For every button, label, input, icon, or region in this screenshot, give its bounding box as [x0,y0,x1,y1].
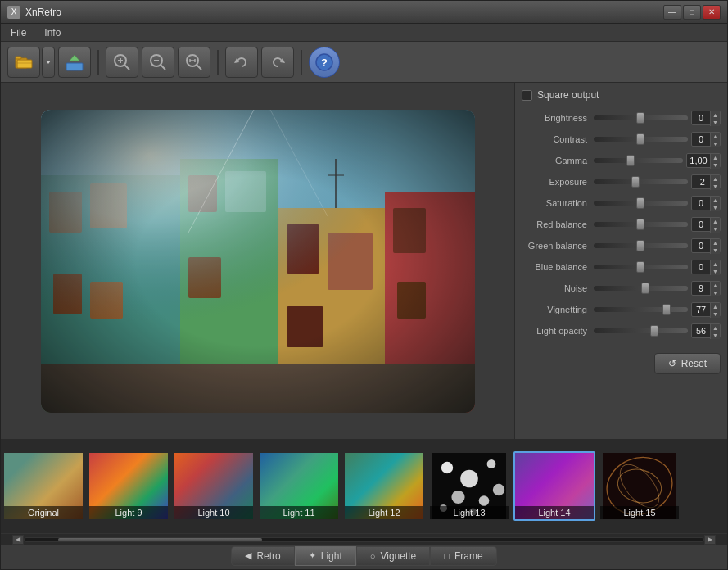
thumb-img-light11: Light 11 [258,451,340,521]
slider-value-9[interactable]: 77▲▼ [691,302,721,317]
spinner-down-8[interactable]: ▼ [710,289,720,296]
filmstrip-item-light12[interactable]: Light 12 [343,451,425,521]
svg-line-8 [124,65,129,70]
thumb-label-light11: Light 11 [260,506,338,519]
spinner-up-3[interactable]: ▲ [710,175,720,183]
spinner-up-9[interactable]: ▲ [710,303,720,310]
spinner-up-4[interactable]: ▲ [710,197,720,204]
help-button[interactable]: ? [309,47,340,78]
tab-frame[interactable]: □ Frame [430,546,496,566]
spinner-down-0[interactable]: ▼ [710,119,720,126]
scrollbar-track[interactable] [24,537,704,542]
slider-thumb-0[interactable] [636,112,644,124]
sliders-container: Brightness0▲▼Contrast0▲▼Gamma1,00▲▼Expos… [522,109,721,343]
spinner-down-4[interactable]: ▼ [710,204,720,211]
slider-value-6[interactable]: 0▲▼ [691,238,721,253]
slider-thumb-7[interactable] [636,261,644,273]
open-button[interactable] [7,47,40,78]
slider-value-text-3: -2 [697,177,705,187]
scrollbar-right[interactable]: ▶ [704,535,716,545]
filmstrip-item-light15[interactable]: Light 15 [599,451,681,521]
spinner-down-10[interactable]: ▼ [710,332,720,339]
slider-track-1[interactable] [594,137,688,142]
filmstrip-item-light14[interactable]: Light 14 [513,451,595,521]
filmstrip-item-light9[interactable]: Light 9 [88,451,170,521]
open-arrow-button[interactable] [42,47,55,78]
spinner-up-7[interactable]: ▲ [710,260,720,268]
slider-value-10[interactable]: 56▲▼ [691,323,721,338]
filmstrip-item-light11[interactable]: Light 11 [258,451,340,521]
rotate-ccw-icon [233,53,251,71]
spinner-up-6[interactable]: ▲ [710,239,720,247]
tab-retro[interactable]: ◀ Retro [231,546,294,566]
scrollbar-left[interactable]: ◀ [12,535,24,545]
spinner-up-0[interactable]: ▲ [710,111,720,119]
close-button[interactable]: ✕ [703,5,721,20]
slider-thumb-1[interactable] [636,133,644,145]
spinner-down-3[interactable]: ▼ [710,183,720,190]
rotate-ccw-button[interactable] [225,47,258,78]
slider-thumb-9[interactable] [662,304,671,315]
export-button[interactable] [58,47,91,78]
slider-track-6[interactable] [594,243,688,248]
slider-thumb-2[interactable] [626,155,635,166]
spinner-down-6[interactable]: ▼ [710,247,720,254]
slider-value-7[interactable]: 0▲▼ [691,260,721,274]
app-icon: X [7,6,20,19]
menu-file[interactable]: File [6,25,31,40]
slider-thumb-5[interactable] [636,219,644,230]
rotate-cw-button[interactable] [261,47,294,78]
slider-track-7[interactable] [594,265,688,269]
square-output-checkbox[interactable] [522,90,532,101]
slider-track-9[interactable] [594,307,688,312]
slider-track-3[interactable] [594,179,688,184]
zoom-out-button[interactable] [142,47,174,78]
filmstrip-item-light10[interactable]: Light 10 [173,451,255,521]
tab-retro-label: Retro [256,550,280,562]
slider-track-4[interactable] [594,201,688,206]
slider-label-10: Light opacity [522,326,594,336]
spinner-up-8[interactable]: ▲ [710,282,720,289]
spinner-down-5[interactable]: ▼ [710,225,720,233]
slider-value-4[interactable]: 0▲▼ [691,196,721,210]
menu-info[interactable]: Info [39,25,66,40]
slider-thumb-8[interactable] [641,283,649,294]
slider-thumb-4[interactable] [636,197,644,209]
maximize-button[interactable]: □ [683,5,701,20]
slider-track-8[interactable] [594,286,688,291]
spinner-down-1[interactable]: ▼ [710,140,720,147]
slider-row-red-balance: Red balance0▲▼ [522,215,721,233]
spinner-up-10[interactable]: ▲ [710,324,720,332]
filmstrip-item-original[interactable]: Original [2,451,84,521]
tab-vignette[interactable]: ○ Vignette [356,546,430,566]
svg-marker-4 [46,61,51,64]
slider-value-8[interactable]: 9▲▼ [691,281,721,296]
slider-track-2[interactable] [594,158,683,163]
reset-icon: ↺ [668,358,676,369]
reset-button[interactable]: ↺ Reset [654,353,721,374]
scrollbar-thumb[interactable] [58,538,262,541]
slider-value-5[interactable]: 0▲▼ [691,217,721,232]
slider-value-1[interactable]: 0▲▼ [691,132,721,147]
slider-track-10[interactable] [594,328,688,333]
slider-value-text-8: 9 [699,283,703,293]
slider-thumb-6[interactable] [636,240,644,251]
zoom-in-button[interactable] [106,47,138,78]
slider-value-3[interactable]: -2▲▼ [691,174,721,189]
spinner-down-7[interactable]: ▼ [710,268,720,275]
zoom-fit-button[interactable] [178,47,210,78]
minimize-button[interactable]: — [663,5,681,20]
spinner-down-9[interactable]: ▼ [710,310,720,318]
slider-thumb-3[interactable] [631,176,640,188]
slider-value-2[interactable]: 1,00▲▼ [686,153,721,168]
slider-track-0[interactable] [594,115,688,120]
slider-track-5[interactable] [594,222,688,227]
filmstrip-item-light13[interactable]: Light 13 [428,451,510,521]
spinner-up-1[interactable]: ▲ [710,133,720,140]
slider-thumb-10[interactable] [650,325,658,337]
slider-value-0[interactable]: 0▲▼ [691,111,721,125]
spinner-up-5[interactable]: ▲ [710,218,720,225]
tab-light[interactable]: ✦ Light [295,546,356,566]
spinner-down-2[interactable]: ▼ [710,161,720,169]
spinner-up-2[interactable]: ▲ [710,154,720,161]
